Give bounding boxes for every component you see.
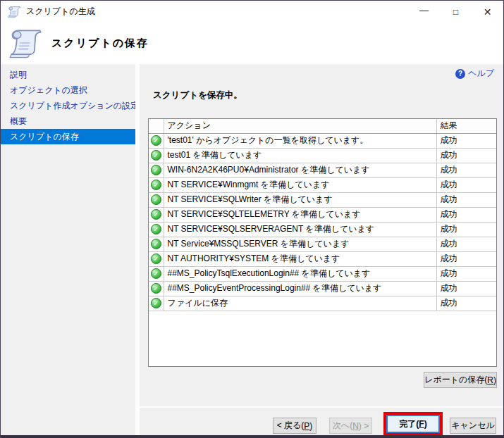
action-cell: NT AUTHORITY¥SYSTEM を準備しています (164, 251, 436, 266)
close-button[interactable]: ✕ (472, 1, 503, 23)
wizard-body: 説明 オブジェクトの選択 スクリプト作成オプションの設定 概要 スクリプトの保存… (1, 64, 503, 435)
wizard-steps-sidebar: 説明 オブジェクトの選択 スクリプト作成オプションの設定 概要 スクリプトの保存 (1, 64, 135, 435)
success-check-icon: ✓ (151, 209, 161, 220)
scroll-icon (9, 28, 43, 59)
table-row: ✓ ##MS_PolicyEventProcessingLogin## を準備し… (149, 281, 496, 296)
success-check-icon: ✓ (151, 224, 161, 234)
sidebar-item-choose-objects[interactable]: オブジェクトの選択 (1, 82, 135, 98)
table-header-row: アクション 結果 (149, 119, 496, 133)
table-row: ✓ test01 を準備しています 成功 (149, 148, 496, 163)
table-row: ✓ NT Service¥MSSQLSERVER を準備しています 成功 (149, 237, 496, 251)
result-cell: 成功 (436, 281, 496, 296)
result-cell: 成功 (436, 133, 496, 148)
result-cell: 成功 (436, 222, 496, 237)
window-title: スクリプトの生成 (26, 6, 408, 18)
result-column-header: 結果 (436, 119, 496, 133)
status-icon-cell: ✓ (149, 207, 164, 222)
help-label: ヘルプ (468, 68, 494, 80)
results-grid: アクション 結果 ✓ 'test01' からオブジェクトの一覧を取得しています。… (148, 118, 497, 367)
action-column-header: アクション (164, 119, 436, 133)
success-check-icon: ✓ (151, 283, 161, 294)
status-icon-cell: ✓ (149, 266, 164, 281)
status-icon-cell: ✓ (149, 296, 164, 311)
result-cell: 成功 (436, 251, 496, 266)
result-cell: 成功 (436, 192, 496, 207)
success-check-icon: ✓ (151, 268, 161, 279)
wizard-header: スクリプトの保存 (1, 23, 503, 64)
success-check-icon: ✓ (151, 298, 161, 308)
status-icon-cell: ✓ (149, 281, 164, 296)
footer-divider (140, 406, 503, 408)
result-cell: 成功 (436, 296, 496, 311)
title-bar: スクリプトの生成 — □ ✕ (1, 1, 503, 23)
status-icon-cell: ✓ (149, 133, 164, 148)
status-icon-cell: ✓ (149, 163, 164, 177)
success-check-icon: ✓ (151, 254, 161, 264)
next-button-disabled: 次へ(N) > (329, 418, 372, 434)
status-icon-cell: ✓ (149, 148, 164, 163)
action-cell: ファイルに保存 (164, 296, 436, 311)
cancel-button[interactable]: キャンセル (450, 418, 496, 434)
page-title: スクリプトの保存 (51, 37, 149, 50)
result-cell: 成功 (436, 207, 496, 222)
main-pane: ? ヘルプ スクリプトを保存中。 アクション 結果 ✓ 'test01' からオ… (140, 64, 503, 435)
result-cell: 成功 (436, 266, 496, 281)
status-icon-cell: ✓ (149, 192, 164, 207)
table-row: ✓ NT SERVICE¥SQLWriter を準備しています 成功 (149, 192, 496, 207)
result-cell: 成功 (436, 148, 496, 163)
minimize-button[interactable]: — (408, 1, 440, 23)
sidebar-item-save-scripts[interactable]: スクリプトの保存 (1, 129, 135, 144)
table-row: ✓ ファイルに保存 成功 (149, 296, 496, 311)
action-cell: WIN-6N2A2K46PU0¥Administrator を準備しています (164, 163, 436, 177)
save-report-button[interactable]: レポートの保存(R) (424, 372, 497, 388)
success-check-icon: ✓ (151, 135, 161, 146)
table-row: ✓ WIN-6N2A2K46PU0¥Administrator を準備しています… (149, 163, 496, 177)
help-link[interactable]: ? ヘルプ (455, 68, 494, 80)
table-row: ✓ NT SERVICE¥Winmgmt を準備しています 成功 (149, 177, 496, 192)
help-icon: ? (455, 69, 465, 79)
action-cell: NT SERVICE¥Winmgmt を準備しています (164, 177, 436, 192)
scroll-icon (8, 6, 21, 18)
table-row: ✓ NT SERVICE¥SQLTELEMETRY を準備しています 成功 (149, 207, 496, 222)
success-check-icon: ✓ (151, 239, 161, 249)
success-check-icon: ✓ (151, 194, 161, 205)
finish-button[interactable]: 完了(F) (386, 415, 440, 433)
table-row: ✓ 'test01' からオブジェクトの一覧を取得しています。 成功 (149, 133, 496, 148)
sidebar-item-summary[interactable]: 概要 (1, 113, 135, 129)
sidebar-item-introduction[interactable]: 説明 (1, 67, 135, 82)
table-row: ✓ ##MS_PolicyTsqlExecutionLogin## を準備してい… (149, 266, 496, 281)
status-icon-cell: ✓ (149, 177, 164, 192)
back-button[interactable]: < 戻る(P) (273, 418, 316, 434)
action-cell: test01 を準備しています (164, 148, 436, 163)
action-cell: NT SERVICE¥SQLWriter を準備しています (164, 192, 436, 207)
sidebar-item-scripting-options[interactable]: スクリプト作成オプションの設定 (1, 98, 135, 113)
generate-scripts-wizard-window: スクリプトの生成 — □ ✕ スクリプトの保存 説明 オブジェクトの選択 スクリ… (0, 0, 504, 438)
success-check-icon: ✓ (151, 180, 161, 190)
action-cell: 'test01' からオブジェクトの一覧を取得しています。 (164, 133, 436, 148)
finish-button-highlight: 完了(F) (383, 412, 443, 436)
table-row: ✓ NT SERVICE¥SQLSERVERAGENT を準備しています 成功 (149, 222, 496, 237)
status-icon-cell: ✓ (149, 222, 164, 237)
action-cell: ##MS_PolicyEventProcessingLogin## を準備してい… (164, 281, 436, 296)
action-cell: NT SERVICE¥SQLTELEMETRY を準備しています (164, 207, 436, 222)
progress-status-text: スクリプトを保存中。 (153, 89, 242, 101)
action-cell: NT Service¥MSSQLSERVER を準備しています (164, 237, 436, 251)
maximize-button[interactable]: □ (440, 1, 472, 23)
result-cell: 成功 (436, 163, 496, 177)
success-check-icon: ✓ (151, 150, 161, 161)
icon-column-header (149, 119, 164, 133)
status-icon-cell: ✓ (149, 251, 164, 266)
table-row: ✓ NT AUTHORITY¥SYSTEM を準備しています 成功 (149, 251, 496, 266)
action-cell: ##MS_PolicyTsqlExecutionLogin## を準備しています (164, 266, 436, 281)
action-cell: NT SERVICE¥SQLSERVERAGENT を準備しています (164, 222, 436, 237)
status-icon-cell: ✓ (149, 237, 164, 251)
success-check-icon: ✓ (151, 165, 161, 175)
result-cell: 成功 (436, 177, 496, 192)
result-cell: 成功 (436, 237, 496, 251)
